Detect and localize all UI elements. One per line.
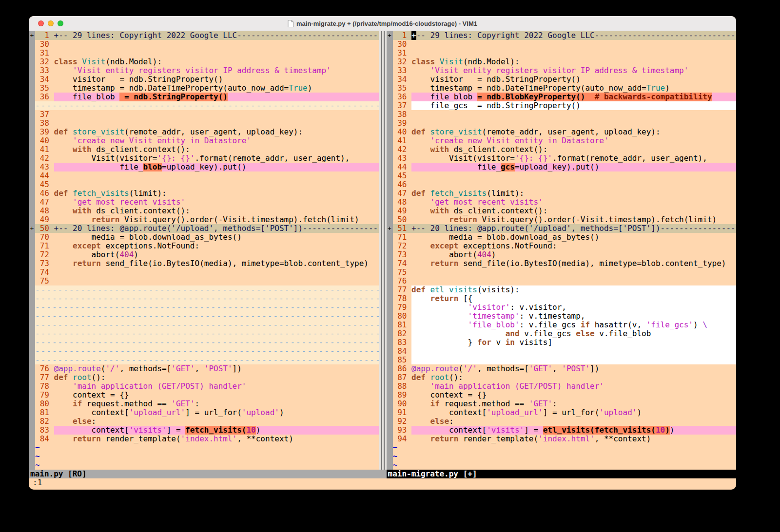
code-segment: 404 [477,250,491,259]
line-number: 72 [35,250,54,259]
line-text: +-- 29 lines: Copyright 2022 Google LLC-… [411,31,736,40]
fold-column [29,110,35,119]
code-line-changed: 44 file_gcs=upload_key).put() [387,163,737,171]
code-line-added: 81 'file_blob': v.file_gcs if hasattr(v,… [387,321,737,329]
code-line-added: 77def etl_visits(visits): [387,285,737,294]
code-line: 87def root(): [387,373,737,382]
line-number: 46 [393,180,412,189]
fold-column [387,189,393,198]
code-line: 47def fetch_visits(limit): [387,189,737,198]
code-segment: abort( [54,250,120,259]
line-number: 79 [393,303,412,312]
nontext-tilde: ~ [35,452,379,461]
fold-column [29,49,35,57]
line-text: abort(404) [411,250,736,259]
code-line: 35 timestamp = ndb.DateTimeProperty(auto… [29,84,379,93]
fold-column [387,75,393,84]
filler-line: ----------------------------------------… [29,329,379,338]
line-text: return send_file(io.BytesIO(media), mime… [54,259,379,268]
vim-pane-left[interactable]: +1+-- 29 lines: Copyright 2022 Google LL… [29,31,379,470]
zoom-button[interactable] [58,20,63,26]
fold-column [29,242,35,250]
code-segment: # backwards-compatibility [595,93,712,101]
vertical-split[interactable] [379,31,387,470]
line-number: 33 [393,66,412,75]
code-segment: v [491,338,506,347]
code-segment: .format(remote_addr, user_agent), [552,154,707,163]
code-line: 74 [29,268,379,277]
code-segment: ) [308,84,312,93]
code-segment: ds_client.context(): [449,145,547,154]
fold-column [387,356,393,364]
code-line: 82 else: [29,417,379,426]
fold-column [29,171,35,180]
code-segment: context = {} [54,391,129,399]
code-segment: context[ [411,408,487,417]
line-text: Visit(visitor='{}: {}'.format(remote_add… [411,154,736,163]
line-text: timestamp = ndb.DateTimeProperty(auto_no… [411,84,736,93]
code-segment: send_file(io.BytesIO(media), mimetype=bl… [101,259,369,268]
line-number: 74 [35,268,54,277]
filler-line: ----------------------------------------… [29,303,379,312]
code-segment: send_file(io.BytesIO(media), mimetype=bl… [458,259,726,268]
close-button[interactable] [38,20,44,26]
line-text: abort(404) [54,250,379,259]
line-number: 89 [393,391,412,399]
code-segment: except [430,242,459,250]
line-text [411,347,736,356]
fold-column [29,364,35,373]
line-text: return [{ [411,294,736,303]
fold-column [387,66,393,75]
code-line-changed: 93 context['visits'] = etl_visits(fetch_… [387,426,737,435]
minimize-button[interactable] [48,20,54,26]
line-text: def root(): [54,373,379,382]
filler-line: ----------------------------------------… [29,338,379,347]
code-segment: Visit [440,57,463,66]
fold-column [387,452,393,461]
deleted-line-filler: ----------------------------------------… [35,312,379,321]
code-segment: 'index.html' [538,435,595,443]
line-text [54,171,379,180]
line-text [411,171,736,180]
code-line: 46 [387,180,737,189]
code-segment: True [646,84,665,93]
line-text: with ds_client.context(): [411,145,736,154]
command-line[interactable]: :1 [29,478,736,487]
vim-pane-right[interactable]: +1+-- 29 lines: Copyright 2022 Google LL… [387,31,737,470]
deleted-line-filler: ----------------------------------------… [35,294,379,303]
code-segment: '/' [105,364,119,373]
fold-column [29,373,35,382]
fold-column [29,75,35,84]
line-text: 'main application (GET/POST) handler' [54,382,379,391]
line-number: 80 [35,399,54,408]
line-number: 48 [393,198,412,207]
nontext-tilde: ~ [393,443,737,452]
fold-column [387,49,393,57]
fold-column [29,40,35,49]
line-text: with ds_client.context(): [54,207,379,215]
line-text: def fetch_visits(limit): [411,189,736,198]
line-number: 47 [35,198,54,207]
filler-line: ----------------------------------------… [29,356,379,364]
line-text [411,268,736,277]
code-line-added: 80 'timestamp': v.timestamp, [387,312,737,321]
fold-column [29,277,35,285]
line-number: 71 [393,233,412,242]
vim-editor: +1+-- 29 lines: Copyright 2022 Google LL… [29,31,736,490]
code-segment: , [195,364,204,373]
code-line: 45 [387,171,737,180]
code-segment: 'index.html' [181,435,237,443]
line-text: +-- 29 lines: Copyright 2022 Google LLC-… [54,31,379,40]
code-segment: ]) [233,364,242,373]
code-segment [411,435,430,443]
titlebar[interactable]: main-migrate.py + (/private/tmp/mod16-cl… [29,16,736,31]
code-line: 76 [387,277,737,285]
line-number: 93 [393,426,412,435]
code-segment: file_blob [411,93,477,101]
line-number: 39 [35,128,54,136]
code-segment: abort( [411,250,477,259]
fold-column [29,198,35,207]
code-line-added: 82 and v.file_gcs else v.file_blob [387,329,737,338]
fold-column [387,259,393,268]
line-text: and v.file_gcs else v.file_blob [411,329,736,338]
